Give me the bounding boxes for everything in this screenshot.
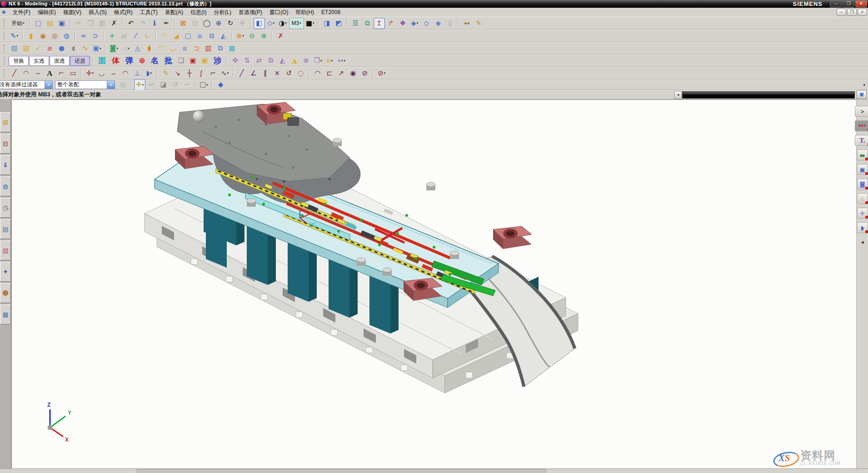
zoom-box-icon[interactable]: ⊡	[190, 18, 201, 29]
delete-component-icon[interactable]: ⊗	[300, 55, 312, 66]
datum-point-icon[interactable]: +	[106, 30, 118, 42]
restore-button-window[interactable]: ❐	[843, 0, 854, 7]
parallel-line-icon[interactable]: ∥	[259, 68, 271, 79]
restore-orientation-icon[interactable]: ↩	[146, 79, 157, 90]
minimize-button[interactable]: –	[830, 0, 842, 7]
shaded-view-icon[interactable]: ◧	[254, 18, 265, 29]
spring-tool-icon[interactable]: 弹	[123, 55, 136, 66]
dropdown-caret-icon[interactable]: ▾	[92, 71, 94, 75]
menu-view[interactable]: 视图(V)	[60, 8, 85, 16]
tab-roles[interactable]: ☻	[0, 283, 11, 303]
sketch-icon[interactable]: ✎▾	[9, 30, 20, 42]
wave-link-icon[interactable]: ◙▾	[108, 43, 120, 54]
dropdown-caret-icon[interactable]: ▾	[417, 21, 419, 25]
invert-shown-icon[interactable]: ◊	[444, 18, 456, 29]
shell-icon[interactable]: ▢	[182, 30, 194, 42]
quick-extend-icon[interactable]: ⊥	[131, 68, 143, 79]
text-curve-icon[interactable]: A	[44, 68, 55, 79]
palette-plate-part[interactable]: ◙	[857, 179, 868, 189]
select-show-icon[interactable]: ◆	[433, 18, 444, 29]
corner-curve-icon[interactable]: ⌐	[207, 68, 219, 79]
name-tool-icon[interactable]: 名	[148, 55, 161, 66]
datum-axis-icon[interactable]: ⁄	[130, 30, 141, 42]
command-finder-icon[interactable]: ✒	[161, 18, 172, 29]
zoom-icon[interactable]: ◯	[201, 18, 213, 29]
variational-sweep-icon[interactable]: ◡	[167, 43, 179, 54]
spine-curve-icon[interactable]: ∿	[80, 43, 91, 54]
dropdown-caret-icon[interactable]: ▾	[299, 21, 301, 25]
profile-icon[interactable]: ⌐	[55, 68, 67, 79]
render-style-icon[interactable]: ◑▾	[277, 18, 289, 29]
bounded-body-icon[interactable]: ▣▾	[91, 43, 103, 54]
unite-icon[interactable]: ⊕▾	[234, 30, 246, 42]
offset-face-icon[interactable]: ▧	[20, 43, 32, 54]
child-close-button[interactable]: ×	[858, 9, 867, 16]
graphics-window[interactable]: XC Z Y X XS	[11, 100, 856, 468]
palette-pin-part[interactable]: ✛	[857, 208, 868, 219]
face-display-icon[interactable]: 面	[95, 55, 109, 66]
project-curve-icon[interactable]: ↗	[335, 68, 347, 79]
view-in-layer-icon[interactable]: ⧉	[362, 18, 373, 29]
stacked-blocks-icon[interactable]: ⧉	[215, 43, 226, 54]
mate-constraint-icon[interactable]: ⇄	[253, 55, 264, 66]
child-minimize-button[interactable]: –	[837, 9, 846, 16]
component-dimension-icon[interactable]: ↔▾	[336, 55, 347, 66]
pattern-feature-icon[interactable]: ⧈	[194, 30, 205, 42]
copy-component-icon[interactable]: ❐▾	[312, 55, 324, 66]
dropdown-caret-icon[interactable]: ▾	[273, 21, 275, 25]
palette-collapse-arrow[interactable]: ◂	[858, 237, 868, 247]
dropdown-caret-icon[interactable]: ▾	[128, 47, 130, 50]
panel-feature-icon[interactable]: ▦	[226, 43, 238, 54]
tab-internet-explorer[interactable]: ◍	[0, 176, 11, 196]
pattern-face-icon[interactable]: ▨	[9, 43, 20, 54]
save-icon[interactable]: ▣	[56, 18, 68, 29]
yellow-block-library-icon[interactable]: ▣	[199, 55, 210, 66]
start-button[interactable]: 开始▾	[9, 18, 27, 29]
boss-icon[interactable]: ◍	[61, 30, 72, 42]
menu-help[interactable]: 帮助(H)	[292, 8, 318, 16]
dropdown-caret-icon[interactable]: ▾	[313, 21, 314, 25]
smooth-spline-icon[interactable]: ∿▾	[219, 68, 230, 79]
extract-body-icon[interactable]: ◬	[132, 43, 143, 54]
palette-text-part[interactable]: T.	[855, 135, 868, 146]
mirror-feature-icon[interactable]: ⧉	[206, 30, 217, 42]
rotate-view-icon[interactable]: ↻	[225, 18, 236, 29]
swept-icon[interactable]: ≈	[78, 30, 89, 42]
menu-preferences[interactable]: 首选项(P)	[235, 8, 266, 16]
circle-center-icon[interactable]: ◉	[347, 68, 359, 79]
palette-green-part[interactable]: ▬	[857, 149, 868, 160]
line-icon[interactable]: ╱	[9, 68, 20, 79]
trim-body-icon[interactable]: ◭	[218, 30, 229, 42]
wcs-display-icon[interactable]: ↥	[374, 18, 385, 29]
trim-curve-icon[interactable]: ↘	[172, 68, 183, 79]
body-display-icon[interactable]: 体	[109, 55, 122, 66]
face-transparent-button[interactable]: 面透	[50, 56, 70, 66]
dropdown-caret-icon[interactable]: ▾	[243, 34, 244, 38]
hole-icon[interactable]: ◎	[49, 30, 60, 42]
assemble-component-icon[interactable]: ⇅	[241, 55, 253, 66]
selection-filter-combo[interactable]: 没有选择过滤器 ▾	[0, 80, 53, 89]
cut-icon[interactable]: ✂	[73, 18, 85, 29]
revolve-icon[interactable]: ◉	[37, 30, 49, 42]
dropdown-caret-icon[interactable]: ▾	[23, 21, 25, 25]
dropdown-caret-icon[interactable]: ▾	[142, 83, 144, 87]
dropdown-caret-icon[interactable]: ▾	[285, 21, 287, 25]
check-geometry-icon[interactable]: ≥	[44, 43, 55, 54]
tab-history[interactable]: ◷	[0, 198, 11, 218]
hook-tool-icon[interactable]: ⌐	[181, 79, 193, 90]
join-curve-icon[interactable]: ∫	[195, 68, 207, 79]
expand-palette-button[interactable]: >	[855, 106, 868, 117]
new-file-icon[interactable]: ▢	[33, 18, 44, 29]
rotate-point-icon[interactable]: ↺	[170, 79, 181, 90]
arc-point-icon[interactable]: ◠	[312, 68, 323, 79]
info-cursor-icon[interactable]: ℹ	[149, 18, 160, 29]
restore-button[interactable]: 还原	[70, 56, 90, 66]
face-edges-icon[interactable]: ■▾	[304, 18, 316, 29]
menu-assemblies[interactable]: 装配(A)	[161, 8, 187, 16]
tube-icon[interactable]: ⊃	[90, 30, 101, 42]
dropdown-caret-icon[interactable]: ▾	[331, 59, 333, 63]
tab-part-navigator[interactable]: ⇓	[0, 155, 11, 175]
combo-arrow-icon[interactable]: ▾	[107, 81, 115, 89]
datum-csys-icon[interactable]: ∟	[142, 30, 153, 42]
pan-view-icon[interactable]: ✛	[237, 18, 248, 29]
